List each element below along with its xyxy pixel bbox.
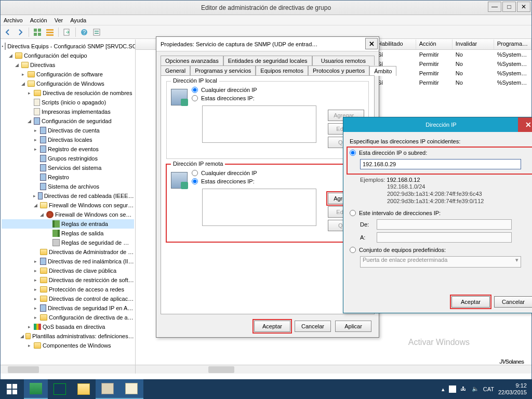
book-icon [40,127,46,134]
menu-accion[interactable]: Acción [30,17,47,23]
tree-dir-cuenta[interactable]: ▸Directivas de cuenta [2,126,134,135]
ip-ok-button[interactable]: Aceptar [451,296,490,308]
tree-rest-soft[interactable]: ▸Directivas de restricción de soft… [2,275,134,285]
tree-comp-win[interactable]: ▸Componentes de Windows [2,341,134,350]
tree-registro[interactable]: Registro [2,172,134,182]
radio-remote-these[interactable]: Estas direcciones IP: [192,178,316,184]
col-programa[interactable]: Programa… [494,39,531,49]
tray-volume-icon[interactable]: 🔈 [472,385,479,393]
tree-qos[interactable]: ▸QoS basada en directiva [2,322,134,331]
radio-local-these[interactable]: Estas direcciones IP: [192,95,316,101]
tree-reglas-out[interactable]: Reglas de salida [2,229,134,238]
menu-archivo[interactable]: Archivo [4,17,23,23]
ip-cancel-button[interactable]: Cancelar [494,296,532,308]
task-server-manager[interactable] [24,379,48,399]
col-accion[interactable]: Acción [416,39,453,49]
tool-help-icon[interactable]: ? [79,27,89,37]
tool-list-icon[interactable] [45,27,55,37]
radio-ip-preset[interactable]: Conjunto de equipos predefinidos: [350,247,532,253]
maximize-button[interactable]: □ [502,2,516,12]
svg-rect-0 [34,29,37,32]
tree-root[interactable]: ▪Directiva Equips - Configuració SNMP [S… [2,42,134,51]
ip-subnet-input[interactable] [360,159,521,169]
tab-programas-servicios[interactable]: Programas y servicios [190,65,256,75]
tree-conf-equipo[interactable]: ◢Configuración del equipo [2,51,134,60]
start-button[interactable] [0,379,24,399]
tool-grid-icon[interactable] [32,27,43,37]
list-hscroll[interactable] [136,365,531,374]
props-apply-button[interactable]: Aplicar [335,321,371,332]
tab-ambito[interactable]: Ámbito [369,66,396,76]
task-gpedit[interactable] [96,379,119,399]
radio-ip-range[interactable]: Este intervalo de direcciones IP: [350,210,532,216]
props-cancel-button[interactable]: Cancelar [295,321,331,332]
tree-reg-eventos[interactable]: ▸Registro de eventos [2,144,134,154]
tree-impresoras[interactable]: Impresoras implementadas [2,107,134,116]
radio-ip-subnet[interactable]: Esta dirección IP o subred: [350,150,532,156]
tree-clave-pub[interactable]: ▸Directivas de clave pública [2,266,134,275]
tree-directivas[interactable]: ◢Directivas [2,60,134,70]
tree-conf-win[interactable]: ◢Configuración de Windows [2,79,134,88]
menu-ayuda[interactable]: Ayuda [70,17,86,23]
svg-rect-5 [46,32,54,33]
tray-up-icon[interactable]: ▴ [442,386,445,393]
tree-hscroll[interactable] [1,365,135,374]
tree-conf-seg[interactable]: ◢Configuración de seguridad [2,116,134,126]
tab-equipos-remotos[interactable]: Equipos remotos [256,65,308,75]
task-notepad[interactable] [119,379,143,399]
tree-dir-locales[interactable]: ▸Directivas locales [2,135,134,144]
tree-reglas-in[interactable]: Reglas de entrada [2,219,134,229]
radio-remote-any[interactable]: Cualquier dirección IP [192,170,316,176]
tree-conf-dir-av[interactable]: ▸Configuración de directiva de a… [2,313,134,322]
tree-red-inalam[interactable]: ▸Directivas de red inalámbrica (II… [2,257,134,266]
svg-rect-6 [46,34,54,36]
menu-ver[interactable]: Ver [55,17,63,23]
task-explorer[interactable] [72,379,96,399]
local-ip-list[interactable] [202,105,316,143]
tree-fw-win2[interactable]: ◢Firewall de Windows con se… [2,210,134,219]
ip-dialog-titlebar[interactable]: Dirección IP ✕ [343,117,532,132]
remote-ip-list[interactable] [202,189,316,226]
tab-usuarios-remotos[interactable]: Usuarios remotos [312,56,375,65]
tray-network-icon[interactable]: 🖧 [460,385,468,393]
tree-plant-admin[interactable]: ◢Plantillas administrativas: definicione… [2,331,134,341]
tree-reglas-sec[interactable]: Reglas de seguridad de … [2,238,134,247]
tree-ctrl-aplic[interactable]: ▸Directivas de control de aplicac… [2,294,134,303]
rule-sec-icon [52,239,60,246]
range-from-input[interactable] [377,219,512,230]
tool-props-icon[interactable] [91,27,102,37]
tree-prot-redes[interactable]: ▸Protección de acceso a redes [2,285,134,294]
tray-flag-icon[interactable] [449,385,456,393]
radio-local-any[interactable]: Cualquier dirección IP [192,87,316,93]
range-to-input[interactable] [377,232,512,243]
tray-clock[interactable]: 9:12 22/03/2015 [498,382,527,396]
tab-general[interactable]: General [161,65,190,75]
tab-entidades-seguridad[interactable]: Entidades de seguridad locales [223,56,312,65]
dialog-titlebar[interactable]: Propiedades: Servicio de captura de SNMP… [156,37,379,51]
close-button[interactable]: ✕ [517,2,530,12]
tray-lang[interactable]: CAT [483,386,494,392]
tool-export-icon[interactable] [62,27,72,37]
props-ok-button[interactable]: Aceptar [254,321,290,332]
nav-fwd-icon[interactable] [15,27,25,37]
tree-sist-arch[interactable]: Sistema de archivos [2,182,134,191]
tab-opciones-avanzadas[interactable]: Opciones avanzadas [161,56,223,65]
tree-dir-resol[interactable]: ▸Directiva de resolución de nombres [2,88,134,98]
ip-dialog-close-button[interactable]: ✕ [518,117,532,132]
tree-conf-soft[interactable]: ▸Configuración de software [2,70,134,79]
tree-red-cable[interactable]: ▸Directivas de red cableada (IEEE… [2,191,134,201]
tree-scripts[interactable]: Scripts (inicio o apagado) [2,98,134,107]
tree-dir-admin[interactable]: Directivas de Administrador de … [2,247,134,257]
col-habilitado[interactable]: Habilitado [375,39,416,49]
task-powershell[interactable] [48,379,72,399]
tree-fw-win[interactable]: ◢Firewall de Windows con segur… [2,201,134,210]
tree-seg-ip[interactable]: ▸Directivas de seguridad IP en A… [2,303,134,313]
nav-back-icon[interactable] [3,27,13,37]
tree-grupos-rest[interactable]: Grupos restringidos [2,154,134,163]
col-invalidar[interactable]: Invalidar [453,39,494,49]
dialog-close-button[interactable]: ✕ [365,38,378,49]
tab-protocolos-puertos[interactable]: Protocolos y puertos [308,65,369,75]
minimize-button[interactable]: — [488,2,501,12]
tree-serv-sist[interactable]: Servicios del sistema [2,163,134,172]
preset-select[interactable]: Puerta de enlace predeterminada▾ [360,256,521,268]
